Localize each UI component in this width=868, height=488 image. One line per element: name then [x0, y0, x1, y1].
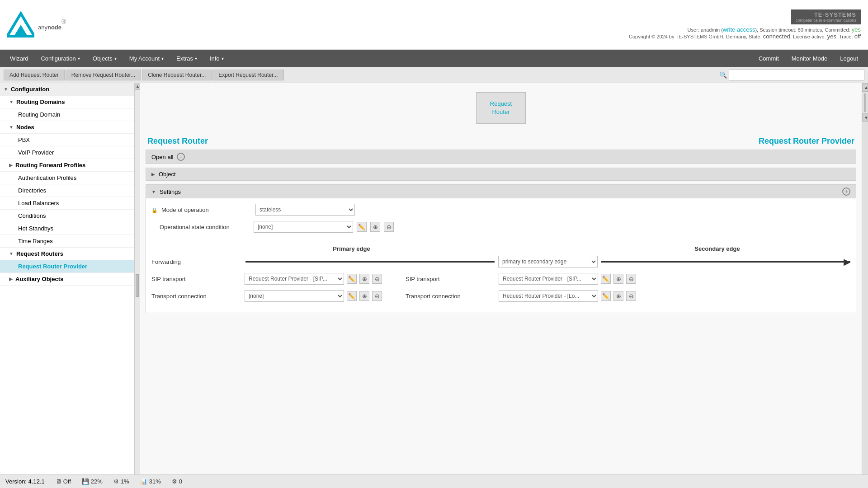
sidebar-label-hot-standbys: Hot Standbys [18, 225, 53, 232]
export-request-router-button[interactable]: Export Request Router... [212, 70, 283, 80]
op-state-remove-button[interactable]: ⊖ [384, 222, 394, 232]
nav-objects[interactable]: Objects ▾ [86, 50, 123, 67]
sidebar-item-request-router-provider[interactable]: Request Router Provider [0, 260, 134, 273]
op-state-condition-select[interactable]: [none] [254, 221, 353, 233]
te-systems-tagline: competence in e-communications [796, 18, 856, 23]
sip-primary-remove-button[interactable]: ⊖ [372, 274, 382, 284]
add-request-router-button[interactable]: Add Request Router [4, 70, 65, 80]
object-panel-header[interactable]: ▶ Object [146, 168, 856, 180]
tc-primary-remove-button[interactable]: ⊖ [372, 291, 382, 301]
transport-connection-secondary-label: Transport connection [406, 293, 496, 300]
settings-add-icon[interactable]: + [842, 188, 850, 196]
open-all-plus-icon[interactable]: + [177, 153, 185, 161]
settings-panel: ▼ Settings + Mode of operation stateless… [146, 184, 856, 313]
search-icon: 🔍 [719, 71, 727, 79]
scroll-thumb[interactable] [136, 274, 139, 297]
sip-secondary-edit-button[interactable]: ✏️ [601, 274, 611, 284]
content-scroll-thumb[interactable] [864, 94, 866, 112]
write-access-link[interactable]: write access [723, 26, 755, 33]
mode-of-operation-select[interactable]: stateless [255, 204, 355, 216]
content-scroll-up[interactable]: ▲ [862, 83, 868, 92]
network-label: 31% [149, 478, 161, 485]
sidebar-item-request-routers[interactable]: Request Routers [0, 248, 134, 260]
svg-marker-1 [14, 25, 28, 36]
search-area: 🔍 [719, 70, 864, 80]
scroll-up-arrow[interactable]: ▲ [135, 83, 140, 90]
sip-secondary-add-button[interactable]: ⊕ [613, 274, 623, 284]
logo-area: anynode® [7, 11, 66, 38]
sidebar-item-routing-domains[interactable]: Routing Domains [0, 96, 134, 108]
content-scrollbar[interactable]: ▲ ▼ [862, 83, 868, 488]
op-state-add-button[interactable]: ⊕ [370, 222, 380, 232]
forwarding-direction-select[interactable]: primary to secondary edge [498, 256, 598, 267]
content-scroll-down[interactable]: ▼ [862, 113, 868, 122]
transport-connection-secondary-select[interactable]: Request Router Provider - [Lo... [499, 290, 598, 302]
nav-extras[interactable]: Extras ▾ [170, 50, 203, 67]
clone-request-router-button[interactable]: Clone Request Router... [142, 70, 212, 80]
sip-transport-secondary-select[interactable]: Request Router Provider - [SIP... [499, 273, 598, 285]
sidebar-label-auxiliary-objects: Auxiliary Objects [15, 276, 63, 282]
sidebar-item-conditions[interactable]: Conditions [0, 210, 134, 222]
sip-transport-primary-select[interactable]: Request Router Provider - [SIP... [245, 273, 344, 285]
sip-primary-edit-button[interactable]: ✏️ [347, 274, 357, 284]
sidebar-label-configuration: Configuration [11, 86, 49, 93]
sip-primary-add-button[interactable]: ⊕ [359, 274, 369, 284]
toolbar: Add Request Router Remove Request Router… [0, 67, 868, 83]
status-network: 📊 31% [140, 478, 161, 485]
object-expand-icon: ▶ [151, 172, 155, 177]
sidebar-label-pbx: PBX [18, 136, 30, 143]
tc-secondary-edit-button[interactable]: ✏️ [601, 291, 611, 301]
settings-panel-header[interactable]: ▼ Settings + [146, 185, 856, 198]
nav-right: Commit Monitor Mode Logout [752, 50, 864, 67]
statusbar: Version: 4.12.1 🖥 Off 💾 22% ⚙ 1% 📊 31% ⚙… [0, 474, 868, 488]
primary-edge-label: Primary edge [218, 245, 485, 252]
search-input[interactable] [729, 70, 864, 80]
tc-secondary-remove-button[interactable]: ⊖ [626, 291, 636, 301]
sidebar-item-auxiliary-objects[interactable]: Auxiliary Objects [0, 273, 134, 286]
sidebar-item-routing-domain[interactable]: Routing Domain [0, 108, 134, 121]
object-panel-label: Object [159, 171, 176, 178]
sidebar-label-conditions: Conditions [18, 212, 46, 219]
nav-wizard[interactable]: Wizard [4, 50, 34, 67]
request-router-diagram-box[interactable]: RequestRouter [476, 92, 526, 124]
object-panel: ▶ Object [146, 168, 856, 181]
nav-logout[interactable]: Logout [834, 50, 864, 67]
tc-secondary-add-button[interactable]: ⊕ [613, 291, 623, 301]
sidebar-item-load-balancers[interactable]: Load Balancers [0, 197, 134, 210]
transport-connection-primary-select[interactable]: [none] [245, 290, 344, 302]
op-state-edit-button[interactable]: ✏️ [357, 222, 367, 232]
arrow-right-icon [9, 163, 13, 168]
sidebar-label-authentication-profiles: Authentication Profiles [18, 174, 76, 181]
transport-connection-primary-label: Transport connection [151, 293, 242, 300]
sidebar-item-routing-forward-profiles[interactable]: Routing Forward Profiles [0, 159, 134, 172]
sip-secondary-remove-button[interactable]: ⊖ [626, 274, 636, 284]
logo-text: anynode® [38, 16, 66, 33]
remove-request-router-button[interactable]: Remove Request Router... [66, 70, 141, 80]
sidebar-item-voip-provider[interactable]: VoIP Provider [0, 146, 134, 159]
sidebar-item-hot-standbys[interactable]: Hot Standbys [0, 222, 134, 235]
settings-label: 0 [179, 478, 182, 485]
sidebar-item-nodes[interactable]: Nodes [0, 121, 134, 134]
settings-panel-body: Mode of operation stateless Operational … [146, 198, 856, 313]
status-cpu: ⚙ 1% [113, 478, 129, 485]
tc-primary-add-button[interactable]: ⊕ [359, 291, 369, 301]
arrow-right-icon [9, 277, 13, 282]
open-all-bar[interactable]: Open all + [146, 150, 856, 164]
monitor-icon: 🖥 [56, 478, 61, 485]
nav-my-account[interactable]: My Account ▾ [123, 50, 170, 67]
sidebar-item-pbx[interactable]: PBX [0, 134, 134, 146]
tc-primary-edit-button[interactable]: ✏️ [347, 291, 357, 301]
sidebar-item-directories[interactable]: Directories [0, 184, 134, 197]
nav-info[interactable]: Info ▾ [203, 50, 230, 67]
forwarding-row: Forwarding primary to secondary edge ▶ [151, 256, 850, 267]
nav-configuration[interactable]: Configuration ▾ [34, 50, 86, 67]
sidebar-item-authentication-profiles[interactable]: Authentication Profiles [0, 172, 134, 184]
nav-monitor-mode[interactable]: Monitor Mode [785, 50, 834, 67]
sidebar-item-time-ranges[interactable]: Time Ranges [0, 235, 134, 248]
nav-commit[interactable]: Commit [752, 50, 785, 67]
sidebar-scrollbar[interactable]: ▲ ▼ [134, 83, 140, 488]
sidebar-label-request-routers: Request Routers [16, 250, 63, 257]
main-layout: Configuration Routing Domains Routing Do… [0, 83, 868, 488]
forwarding-arrow-icon: ▶ [844, 256, 850, 267]
sidebar-item-configuration[interactable]: Configuration [0, 83, 134, 96]
